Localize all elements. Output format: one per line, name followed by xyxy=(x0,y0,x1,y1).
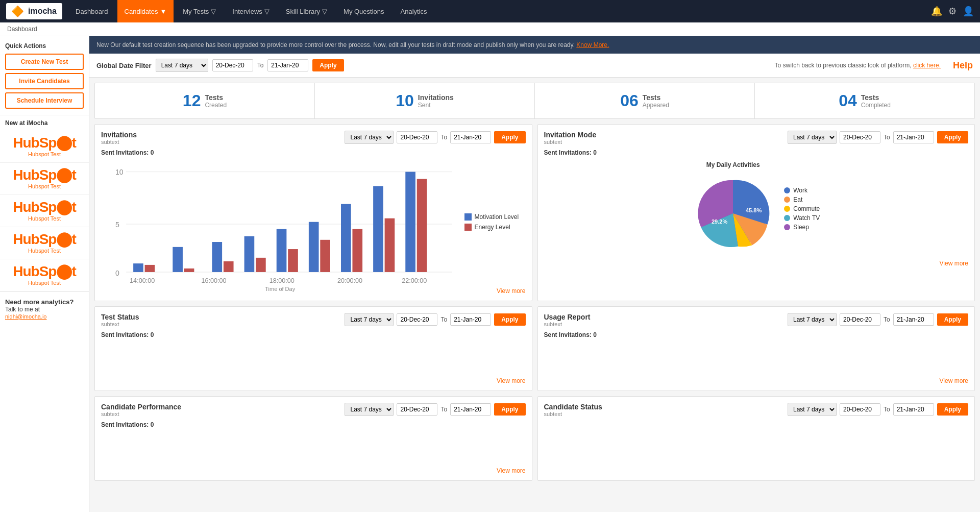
stat-number: 06 xyxy=(620,91,639,110)
list-item[interactable]: HubSp⬤t Hubspot Test xyxy=(0,131,89,163)
nav-my-questions[interactable]: My Questions xyxy=(336,0,391,22)
test-status-sent-count: Sent Invitations: 0 xyxy=(101,331,526,338)
user-icon[interactable]: 👤 xyxy=(963,6,974,17)
quick-actions-section: Quick Actions Create New Test Invite Can… xyxy=(0,36,89,115)
help-button[interactable]: Help xyxy=(953,60,973,71)
svg-rect-23 xyxy=(417,179,427,272)
usage-report-from-date[interactable] xyxy=(840,313,880,326)
usage-report-filter-select[interactable]: Last 7 days xyxy=(788,313,837,326)
candidate-performance-filter: Last 7 days To Apply xyxy=(345,403,525,416)
usage-report-view-more[interactable]: View more xyxy=(544,377,969,384)
nav-dashboard[interactable]: Dashboard xyxy=(68,0,115,22)
list-item[interactable]: HubSp⬤t Hubspot Test xyxy=(0,227,89,259)
nav-interviews[interactable]: Interviews ▽ xyxy=(225,0,277,22)
banner-link[interactable]: Know More. xyxy=(576,41,609,48)
svg-rect-8 xyxy=(173,247,183,272)
energy-legend-label: Energy Level xyxy=(475,224,510,231)
stat-sub-label: Sent xyxy=(418,102,454,109)
candidate-status-filter-select[interactable]: Last 7 days xyxy=(788,403,837,416)
test-status-from-date[interactable] xyxy=(397,313,437,326)
svg-text:5: 5 xyxy=(115,221,119,229)
legend-item-sleep: Sleep xyxy=(784,224,820,231)
list-item[interactable]: HubSp⬤t Hubspot Test xyxy=(0,163,89,195)
candidate-performance-apply-button[interactable]: Apply xyxy=(494,403,525,416)
svg-rect-14 xyxy=(277,229,287,272)
svg-rect-12 xyxy=(244,236,255,272)
candidate-performance-subtitle: subtext xyxy=(101,411,181,417)
global-filter-from-date[interactable] xyxy=(212,59,253,71)
nav-analytics[interactable]: Analytics xyxy=(394,0,434,22)
legend-item-commute: Commute xyxy=(784,205,820,212)
test-status-to-date[interactable] xyxy=(450,313,491,326)
new-at-imocha-label: New at iMocha xyxy=(0,115,89,131)
stat-tests-appeared: 06 Tests Appeared xyxy=(535,83,755,118)
candidate-status-to-date[interactable] xyxy=(893,403,934,416)
nav-skill-library[interactable]: Skill Library ▽ xyxy=(279,0,334,22)
nav-my-tests[interactable]: My Tests ▽ xyxy=(176,0,223,22)
invitation-mode-filter-select[interactable]: Last 7 days xyxy=(788,131,837,144)
eat-legend-label: Eat xyxy=(793,196,802,203)
candidate-performance-from-date[interactable] xyxy=(397,403,437,416)
invitations-to-date[interactable] xyxy=(450,131,491,143)
chart-x-label: Time of Day xyxy=(101,286,459,292)
svg-rect-9 xyxy=(184,269,194,272)
top-navigation: 🔶 imocha Dashboard Candidates ▼ My Tests… xyxy=(0,0,980,22)
candidate-performance-sent-count: Sent Invitations: 0 xyxy=(101,421,526,428)
hubspot-logo-icon: HubSp⬤t xyxy=(13,200,76,214)
svg-text:0: 0 xyxy=(115,269,119,277)
invitation-mode-title: Invitation Mode xyxy=(544,131,597,139)
create-new-test-button[interactable]: Create New Test xyxy=(5,54,84,70)
candidate-performance-card: Candidate Performance subtext Last 7 day… xyxy=(94,396,532,481)
sidebar: Quick Actions Create New Test Invite Can… xyxy=(0,36,89,512)
notification-icon[interactable]: 🔔 xyxy=(931,6,942,17)
commute-legend-label: Commute xyxy=(793,205,820,212)
legend-item-work: Work xyxy=(784,187,820,194)
test-status-filter-select[interactable]: Last 7 days xyxy=(345,313,394,326)
banner-text: New Our default test creation sequence h… xyxy=(96,41,575,48)
svg-text:29.2%: 29.2% xyxy=(712,218,727,225)
promo-link[interactable]: nidhi@imocha.io xyxy=(5,313,47,320)
global-filter-to-date[interactable] xyxy=(267,59,308,71)
candidate-performance-to-date[interactable] xyxy=(450,403,491,416)
list-item[interactable]: HubSp⬤t Hubspot Test xyxy=(0,195,89,227)
hubspot-logo-icon: HubSp⬤t xyxy=(13,136,76,150)
candidate-status-card: Candidate Status subtext Last 7 days To … xyxy=(537,396,975,481)
nav-candidates[interactable]: Candidates ▼ xyxy=(117,0,174,22)
stat-number: 10 xyxy=(396,91,414,110)
candidate-performance-view-more[interactable]: View more xyxy=(101,467,526,474)
switch-link[interactable]: click here. xyxy=(913,62,941,69)
invitations-from-date[interactable] xyxy=(397,131,437,143)
invitations-apply-button[interactable]: Apply xyxy=(494,131,525,143)
list-item[interactable]: HubSp⬤t Hubspot Test xyxy=(0,259,89,291)
svg-text:14:00:00: 14:00:00 xyxy=(130,277,155,283)
svg-rect-6 xyxy=(133,263,143,272)
chevron-down-icon: ▼ xyxy=(160,8,166,15)
invitations-filter-select[interactable]: Last 7 days xyxy=(345,131,394,144)
usage-report-apply-button[interactable]: Apply xyxy=(937,313,968,326)
test-status-view-more[interactable]: View more xyxy=(101,377,526,384)
global-filter-apply-button[interactable]: Apply xyxy=(312,59,344,71)
chevron-down-icon: ▽ xyxy=(211,8,216,15)
candidate-performance-title: Candidate Performance xyxy=(101,403,181,411)
logo[interactable]: 🔶 imocha xyxy=(6,3,62,19)
global-filter-select[interactable]: Last 7 days Last 30 days Last 90 days Cu… xyxy=(156,59,208,72)
invitation-mode-card: Invitation Mode subtext Last 7 days To A… xyxy=(537,124,975,301)
usage-report-to-date[interactable] xyxy=(893,313,934,326)
stats-row: 12 Tests Created 10 Invitations Sent 06 … xyxy=(94,83,975,119)
invitation-mode-from-date[interactable] xyxy=(840,131,880,143)
pie-legend: Work Eat Commute Watch TV xyxy=(784,187,820,231)
candidate-status-apply-button[interactable]: Apply xyxy=(937,403,968,416)
invitation-mode-view-more[interactable]: View more xyxy=(544,260,969,267)
test-status-apply-button[interactable]: Apply xyxy=(494,313,525,326)
settings-icon[interactable]: ⚙ xyxy=(948,6,957,17)
invite-candidates-button[interactable]: Invite Candidates xyxy=(5,73,84,89)
dashboard-grid: Invitations subtext Last 7 days To Apply… xyxy=(94,124,975,481)
stat-main-label: Tests xyxy=(861,93,891,102)
invitation-mode-apply-button[interactable]: Apply xyxy=(937,131,968,143)
svg-rect-10 xyxy=(212,242,222,272)
schedule-interview-button[interactable]: Schedule Interview xyxy=(5,92,84,109)
candidate-status-from-date[interactable] xyxy=(840,403,880,416)
invitation-mode-to-date[interactable] xyxy=(893,131,934,143)
candidate-performance-filter-select[interactable]: Last 7 days xyxy=(345,403,394,416)
test-status-card: Test Status subtext Last 7 days To Apply… xyxy=(94,306,532,391)
